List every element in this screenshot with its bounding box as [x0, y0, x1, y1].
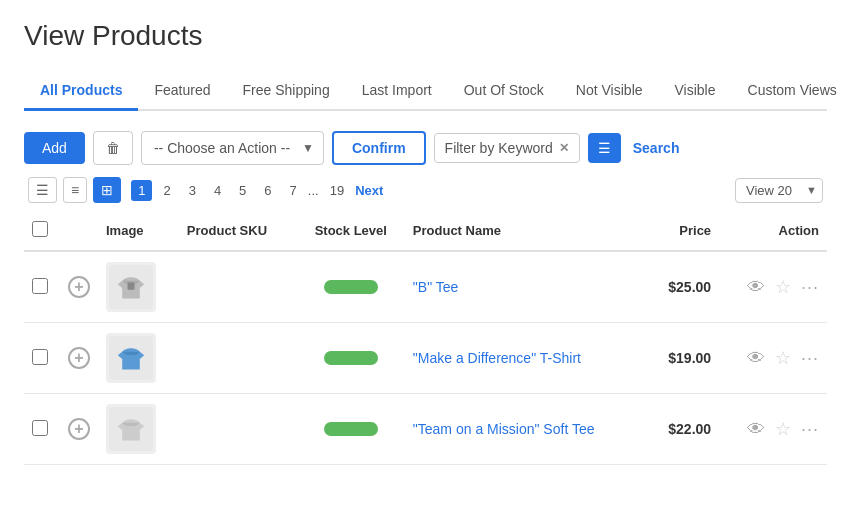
- image-col-header: Image: [98, 211, 179, 251]
- page-1[interactable]: 1: [131, 180, 152, 201]
- row2-product-link[interactable]: "Make a Difference" T-Shirt: [413, 350, 581, 366]
- row1-stock: [297, 251, 405, 323]
- filter-icon-button[interactable]: ☰: [588, 133, 621, 163]
- row3-stock: [297, 394, 405, 465]
- page-7[interactable]: 7: [283, 180, 304, 201]
- filter-keyword-tag: Filter by Keyword ✕: [434, 133, 580, 163]
- row3-actions: 👁 ☆ ···: [719, 394, 827, 465]
- row2-stock: [297, 323, 405, 394]
- row3-image-cell: [98, 394, 179, 465]
- row2-star-icon[interactable]: ☆: [775, 347, 791, 369]
- trash-icon: 🗑: [106, 140, 120, 156]
- select-all-checkbox[interactable]: [32, 221, 48, 237]
- tab-last-import[interactable]: Last Import: [346, 72, 448, 111]
- pagination-row: ☰ ≡ ⊞ 1 2 3 4 5 6 7 ... 19 Next View 20 …: [24, 177, 827, 203]
- row2-name: "Make a Difference" T-Shirt: [405, 323, 647, 394]
- row3-eye-icon[interactable]: 👁: [747, 419, 765, 440]
- pagination: 1 2 3 4 5 6 7 ... 19 Next: [131, 180, 383, 201]
- row2-more-icon[interactable]: ···: [801, 348, 819, 369]
- grid-view-button[interactable]: ⊞: [93, 177, 121, 203]
- toolbar: Add 🗑 -- Choose an Action -- Delete Sele…: [24, 131, 827, 165]
- row1-more-icon[interactable]: ···: [801, 277, 819, 298]
- filter-keyword-label: Filter by Keyword: [445, 140, 553, 156]
- page-3[interactable]: 3: [182, 180, 203, 201]
- filter-icon: ☰: [598, 140, 611, 156]
- action-col-header: Action: [719, 211, 827, 251]
- row3-star-icon[interactable]: ☆: [775, 418, 791, 440]
- stock-col-header: Stock Level: [297, 211, 405, 251]
- delete-button[interactable]: 🗑: [93, 131, 133, 165]
- sku-col-header: Product SKU: [179, 211, 297, 251]
- tab-all-products[interactable]: All Products: [24, 72, 138, 111]
- row2-image-cell: [98, 323, 179, 394]
- row1-stock-bar: [324, 280, 378, 294]
- list-view-button[interactable]: ☰: [28, 177, 57, 203]
- row2-stock-bar: [324, 351, 378, 365]
- page-19[interactable]: 19: [323, 180, 351, 201]
- choose-action-select[interactable]: -- Choose an Action -- Delete Selected A…: [141, 131, 324, 165]
- table-row: +: [24, 251, 827, 323]
- page-5[interactable]: 5: [232, 180, 253, 201]
- row1-image-cell: [98, 251, 179, 323]
- row1-product-image: [106, 262, 156, 312]
- compact-list-view-button[interactable]: ≡: [63, 177, 87, 203]
- row3-price-value: $22.00: [668, 421, 711, 437]
- search-button[interactable]: Search: [629, 132, 684, 164]
- row3-checkbox[interactable]: [32, 420, 48, 436]
- row1-checkbox-cell: [24, 251, 60, 323]
- row3-product-link[interactable]: "Team on a Mission" Soft Tee: [413, 421, 595, 437]
- tab-visible[interactable]: Visible: [659, 72, 732, 111]
- add-col-header: [60, 211, 98, 251]
- row2-checkbox[interactable]: [32, 349, 48, 365]
- row1-star-icon[interactable]: ☆: [775, 276, 791, 298]
- tab-free-shipping[interactable]: Free Shipping: [227, 72, 346, 111]
- row1-add-button[interactable]: +: [68, 276, 90, 298]
- table-row: +: [24, 323, 827, 394]
- tab-out-of-stock[interactable]: Out Of Stock: [448, 72, 560, 111]
- row1-eye-icon[interactable]: 👁: [747, 277, 765, 298]
- confirm-button[interactable]: Confirm: [332, 131, 426, 165]
- row3-stock-bar: [324, 422, 378, 436]
- next-page-button[interactable]: Next: [355, 183, 383, 198]
- view-per-page-select[interactable]: View 20 View 50 View 100: [735, 178, 823, 203]
- row2-eye-icon[interactable]: 👁: [747, 348, 765, 369]
- tab-custom-views[interactable]: Custom Views: [732, 72, 851, 111]
- page-4[interactable]: 4: [207, 180, 228, 201]
- row3-sku: [179, 394, 297, 465]
- product-tabs: All Products Featured Free Shipping Last…: [24, 72, 827, 111]
- row1-price: $25.00: [647, 251, 719, 323]
- row2-price: $19.00: [647, 323, 719, 394]
- name-col-header: Product Name: [405, 211, 647, 251]
- row2-actions: 👁 ☆ ···: [719, 323, 827, 394]
- add-button[interactable]: Add: [24, 132, 85, 164]
- tab-not-visible[interactable]: Not Visible: [560, 72, 659, 111]
- row3-checkbox-cell: [24, 394, 60, 465]
- page-6[interactable]: 6: [257, 180, 278, 201]
- row1-actions: 👁 ☆ ···: [719, 251, 827, 323]
- tab-featured[interactable]: Featured: [138, 72, 226, 111]
- row2-add-cell: +: [60, 323, 98, 394]
- row1-add-cell: +: [60, 251, 98, 323]
- svg-rect-1: [127, 283, 134, 290]
- table-row: +: [24, 394, 827, 465]
- row1-checkbox[interactable]: [32, 278, 48, 294]
- row2-price-value: $19.00: [668, 350, 711, 366]
- row3-price: $22.00: [647, 394, 719, 465]
- row1-product-link[interactable]: "B" Tee: [413, 279, 459, 295]
- row3-name: "Team on a Mission" Soft Tee: [405, 394, 647, 465]
- row1-price-value: $25.00: [668, 279, 711, 295]
- row3-add-button[interactable]: +: [68, 418, 90, 440]
- page-2[interactable]: 2: [156, 180, 177, 201]
- row2-add-button[interactable]: +: [68, 347, 90, 369]
- row3-more-icon[interactable]: ···: [801, 419, 819, 440]
- products-table: Image Product SKU Stock Level Product Na…: [24, 211, 827, 465]
- action-select-wrap: -- Choose an Action -- Delete Selected A…: [141, 131, 324, 165]
- page-ellipsis: ...: [308, 183, 319, 198]
- row1-sku: [179, 251, 297, 323]
- filter-close-icon[interactable]: ✕: [559, 141, 569, 155]
- row2-checkbox-cell: [24, 323, 60, 394]
- row1-name: "B" Tee: [405, 251, 647, 323]
- page-title: View Products: [24, 20, 827, 52]
- row2-product-image: [106, 333, 156, 383]
- view-controls: ☰ ≡ ⊞: [28, 177, 121, 203]
